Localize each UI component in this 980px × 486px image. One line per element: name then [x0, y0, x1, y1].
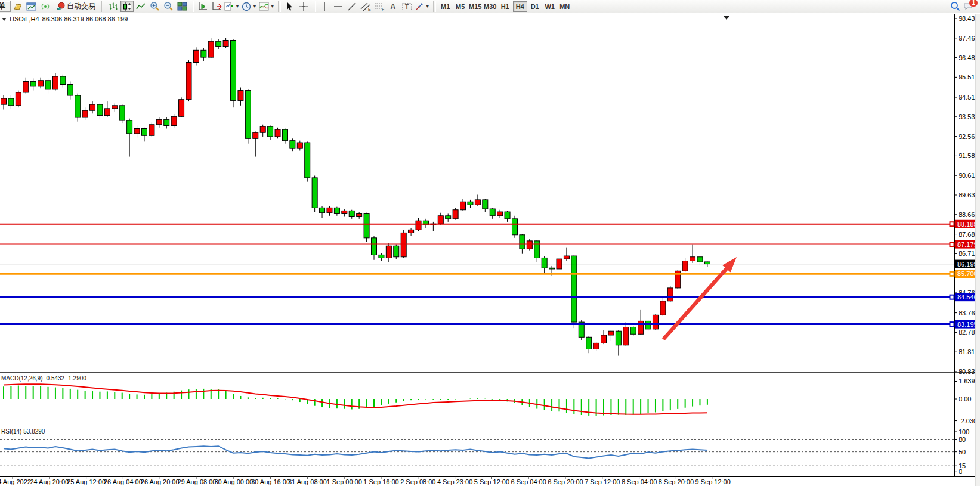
- vertical-line-tool-button[interactable]: [318, 1, 331, 12]
- candle-body: [564, 256, 569, 259]
- dropdown-caret-icon[interactable]: ▼: [252, 4, 257, 9]
- candle-body: [134, 128, 140, 133]
- candle-body: [704, 262, 710, 264]
- level-marker[interactable]: [950, 222, 954, 226]
- open-chart-button[interactable]: [25, 1, 38, 12]
- candle-body: [394, 246, 399, 256]
- time-axis-label: 7 Sep 12:00: [585, 478, 620, 485]
- fibonacci-tool-button[interactable]: F: [373, 1, 386, 12]
- timeframe-button-m5[interactable]: M5: [453, 1, 468, 12]
- text-label-tool-button[interactable]: T: [400, 1, 413, 12]
- level-marker[interactable]: [950, 272, 954, 276]
- candle-body: [453, 210, 458, 219]
- time-axis-label: 6 Sep 20:00: [548, 478, 583, 485]
- channel-tool-button[interactable]: E: [359, 1, 372, 12]
- line-chart-type-button[interactable]: [134, 1, 147, 12]
- trendline-tool-button[interactable]: [345, 1, 358, 12]
- time-axis-label: 8 Sep 20:00: [659, 478, 694, 485]
- candle-body: [119, 106, 125, 120]
- signals-button[interactable]: [39, 1, 52, 12]
- window-edge-strip: [975, 14, 980, 486]
- periods-button[interactable]: ▼: [241, 1, 258, 12]
- cursor-icon: [286, 2, 294, 11]
- candle-body: [468, 202, 473, 205]
- tile-windows-button[interactable]: [175, 1, 188, 12]
- autotrade-label: 自动交易: [67, 1, 95, 11]
- timeframe-button-d1[interactable]: D1: [528, 1, 542, 12]
- candle-body: [386, 246, 391, 258]
- trading-platform-window: 订单 自动交易: [0, 0, 980, 486]
- auto-scroll-button[interactable]: [196, 1, 209, 12]
- candle-body: [601, 335, 607, 343]
- bar-chart-type-button[interactable]: [107, 1, 120, 12]
- candle-body: [697, 257, 703, 262]
- text-tool-button[interactable]: A: [387, 1, 400, 12]
- time-axis-label: 8 Sep 04:00: [622, 478, 657, 485]
- dropdown-caret-icon[interactable]: ▼: [425, 4, 430, 9]
- auto-scroll-icon: [198, 2, 208, 11]
- candle-body: [682, 261, 688, 271]
- candle-body: [608, 331, 614, 335]
- dropdown-caret-icon[interactable]: ▼: [235, 4, 240, 9]
- zoom-out-button[interactable]: [162, 1, 175, 12]
- candle-body: [534, 241, 540, 258]
- timeframe-button-m30[interactable]: M30: [483, 1, 497, 12]
- candle-body: [82, 110, 88, 117]
- svg-text:F: F: [382, 7, 384, 11]
- candle-body: [97, 104, 103, 115]
- chart-canvas[interactable]: 98.43597.46096.48595.51094.51093.53592.5…: [0, 14, 980, 486]
- level-marker[interactable]: [950, 295, 954, 299]
- search-icon: [950, 1, 960, 11]
- timeframe-button-h1[interactable]: H1: [498, 1, 512, 12]
- indicators-button[interactable]: ▼: [224, 1, 240, 12]
- macd-values: -0.5432 -1.2900: [44, 375, 86, 382]
- svg-text:T: T: [405, 3, 409, 10]
- candle-body: [549, 268, 555, 269]
- gold-ingot-icon: [13, 2, 23, 11]
- chart-shift-button[interactable]: [210, 1, 223, 12]
- timeframe-button-w1[interactable]: W1: [543, 1, 557, 12]
- timeframe-button-m15[interactable]: M15: [468, 1, 483, 12]
- candle-body: [364, 213, 369, 237]
- candle-body: [334, 208, 339, 213]
- search-button[interactable]: [948, 1, 962, 12]
- candlestick-chart-type-button[interactable]: [120, 1, 134, 12]
- time-axis-label: 31 Aug 08:00: [288, 478, 327, 485]
- candle-body: [416, 221, 421, 230]
- cursor-tool-button[interactable]: [283, 1, 296, 12]
- gold-order-icon[interactable]: [11, 1, 24, 12]
- level-marker[interactable]: [950, 322, 954, 326]
- candle-body: [505, 212, 510, 219]
- zoom-in-button[interactable]: [148, 1, 161, 12]
- new-order-button[interactable]: 订单: [0, 1, 11, 12]
- toolbar-separator: [433, 1, 436, 12]
- horizontal-line-tool-button[interactable]: [332, 1, 345, 12]
- dropdown-caret-icon[interactable]: ▼: [270, 4, 275, 9]
- time-axis-label: 5 Sep 12:00: [474, 478, 509, 485]
- candle-body: [512, 219, 517, 235]
- notifications-button[interactable]: 1: [962, 1, 975, 12]
- candle-body: [616, 331, 621, 345]
- level-marker[interactable]: [950, 242, 954, 246]
- text-tool-icon: A: [390, 2, 395, 11]
- crosshair-tool-button[interactable]: [297, 1, 310, 12]
- time-axis-label: 6 Sep 04:00: [511, 478, 546, 485]
- autotrade-button[interactable]: 自动交易: [52, 1, 99, 12]
- templates-button[interactable]: ▼: [258, 1, 276, 12]
- rsi-name: RSI(14): [1, 428, 21, 435]
- rsi-axis-tick: 100: [959, 428, 969, 435]
- candle-body: [520, 235, 525, 249]
- timeframe-button-h4[interactable]: H4: [513, 1, 527, 12]
- arrows-tool-button[interactable]: ▼: [414, 1, 431, 12]
- time-axis-label: 2 Sep 08:00: [400, 478, 435, 485]
- timeframe-button-m1[interactable]: M1: [438, 1, 453, 12]
- timeframe-button-mn[interactable]: MN: [558, 1, 572, 12]
- candle-body: [593, 343, 599, 349]
- toolbar-separator: [278, 1, 281, 12]
- candle-body: [349, 211, 354, 216]
- candle-body: [297, 143, 302, 148]
- chart-menu-icon[interactable]: [2, 18, 7, 21]
- candle-body: [275, 129, 280, 137]
- chart-shift-icon: [212, 2, 222, 11]
- candle-body: [104, 109, 110, 116]
